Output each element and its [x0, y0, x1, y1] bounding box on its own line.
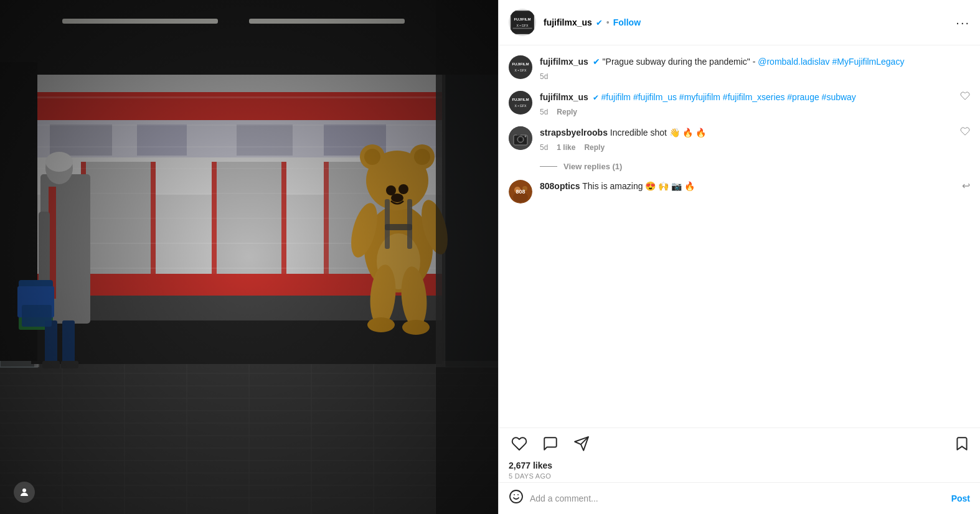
comment-1-body: fujifilmx_us ✔ #fujifilm #fujifilm_us #m…: [540, 91, 953, 116]
comment-2-like[interactable]: [960, 126, 970, 138]
comment-1-like[interactable]: [960, 91, 970, 103]
photo-panel: [0, 0, 498, 514]
svg-rect-93: [0, 0, 498, 514]
header-dot: •: [606, 17, 610, 27]
svg-rect-100: [509, 55, 532, 79]
comment-2-reply[interactable]: Reply: [584, 143, 605, 152]
caption-time: 5d: [540, 72, 548, 81]
follow-button[interactable]: Follow: [613, 17, 641, 27]
comment-2-username[interactable]: strapsbyelroobs: [540, 128, 608, 138]
main-caption-row: FUJIFILM X • GFX fujifilmx_us ✔ "Prague …: [509, 55, 970, 81]
comment-2-meta: 5d 1 like Reply: [540, 143, 953, 152]
view-replies-button[interactable]: View replies (1): [563, 162, 622, 171]
svg-text:FUJIFILM: FUJIFILM: [512, 98, 529, 101]
comment-3-username[interactable]: 808optics: [540, 181, 580, 191]
caption-meta: 5d: [540, 72, 970, 81]
view-replies-row: View replies (1): [540, 162, 970, 171]
comment-2-avatar[interactable]: [509, 126, 532, 150]
main-caption-body: fujifilmx_us ✔ "Prague subway during the…: [540, 55, 970, 81]
bookmark-button[interactable]: [954, 436, 970, 452]
svg-text:FUJIFILM: FUJIFILM: [514, 17, 530, 21]
svg-text:X • GFX: X • GFX: [515, 68, 527, 72]
emoji-button[interactable]: [509, 489, 524, 508]
comment-3-avatar[interactable]: 808: [509, 180, 532, 203]
view-replies-line: [540, 166, 557, 167]
user-avatar-bottom[interactable]: [14, 482, 35, 503]
comment-1-reply[interactable]: Reply: [557, 108, 577, 116]
comment-3-text: 808optics This is amazing 😍 🙌 📷 🔥: [540, 180, 954, 193]
comment-3-body: 808optics This is amazing 😍 🙌 📷 🔥: [540, 180, 954, 193]
header-username[interactable]: fujifilmx_us: [544, 17, 592, 27]
action-bar: [499, 428, 980, 457]
likes-section: 2,677 likes 5 DAYS AGO: [499, 457, 980, 482]
svg-point-111: [525, 136, 527, 138]
caption-content: "Prague subway during the pandemic" - @r…: [603, 57, 905, 67]
svg-text:X • GFX: X • GFX: [515, 104, 527, 108]
comment-2-text: strapsbyelroobs Incredible shot 👋 🔥 🔥: [540, 126, 953, 139]
svg-text:808: 808: [516, 189, 525, 195]
comment-1-time: 5d: [540, 108, 548, 116]
caption-avatar[interactable]: FUJIFILM X • GFX: [509, 55, 532, 79]
like-button[interactable]: [509, 433, 530, 454]
comment-input[interactable]: [530, 493, 945, 503]
caption-verified: ✔: [593, 57, 600, 67]
post-header: FUJIFILM X • GFX fujifilmx_us ✔ • Follow…: [499, 0, 980, 45]
comment-1-text: fujifilmx_us ✔ #fujifilm #fujifilm_us #m…: [540, 91, 953, 104]
comment-row-1: FUJIFILM X • GFX fujifilmx_us ✔ #fujifil…: [509, 91, 970, 116]
caption-username[interactable]: fujifilmx_us: [540, 57, 588, 67]
header-verified-badge: ✔: [596, 18, 603, 27]
comment-input-row: Post: [499, 482, 980, 514]
svg-point-119: [510, 490, 522, 503]
action-icons: [509, 433, 970, 454]
comment-1-meta: 5d Reply: [540, 108, 953, 116]
post-button[interactable]: Post: [951, 493, 970, 503]
svg-rect-110: [517, 133, 521, 136]
comment-2-time: 5d: [540, 143, 548, 152]
likes-count[interactable]: 2,677 likes: [509, 460, 970, 470]
comment-1-avatar[interactable]: FUJIFILM X • GFX: [509, 91, 532, 114]
svg-rect-99: [512, 28, 532, 29]
svg-point-109: [519, 138, 522, 141]
comment-3-like[interactable]: ↩: [962, 180, 970, 192]
more-options-button[interactable]: ···: [956, 16, 970, 30]
svg-rect-103: [509, 91, 532, 114]
share-button[interactable]: [571, 433, 592, 454]
comment-1-username[interactable]: fujifilmx_us: [540, 92, 588, 102]
comment-row-2: strapsbyelroobs Incredible shot 👋 🔥 🔥 5d…: [509, 126, 970, 152]
svg-text:X • GFX: X • GFX: [517, 24, 529, 27]
header-username-area: fujifilmx_us ✔ • Follow: [544, 17, 948, 27]
comment-row-3: 808 808optics This is amazing 😍 🙌 📷 🔥 ↩: [509, 180, 970, 203]
svg-text:FUJIFILM: FUJIFILM: [512, 62, 529, 66]
comment-2-likes: 1 like: [557, 143, 575, 152]
right-panel: FUJIFILM X • GFX fujifilmx_us ✔ • Follow…: [498, 0, 980, 514]
time-ago: 5 DAYS AGO: [509, 472, 970, 480]
comments-section: FUJIFILM X • GFX fujifilmx_us ✔ "Prague …: [499, 45, 980, 428]
svg-point-94: [22, 488, 26, 492]
header-avatar[interactable]: FUJIFILM X • GFX: [509, 9, 536, 36]
svg-rect-96: [512, 12, 534, 34]
main-caption-text: fujifilmx_us ✔ "Prague subway during the…: [540, 55, 970, 68]
comment-2-body: strapsbyelroobs Incredible shot 👋 🔥 🔥 5d…: [540, 126, 953, 152]
comment-button[interactable]: [540, 433, 561, 454]
